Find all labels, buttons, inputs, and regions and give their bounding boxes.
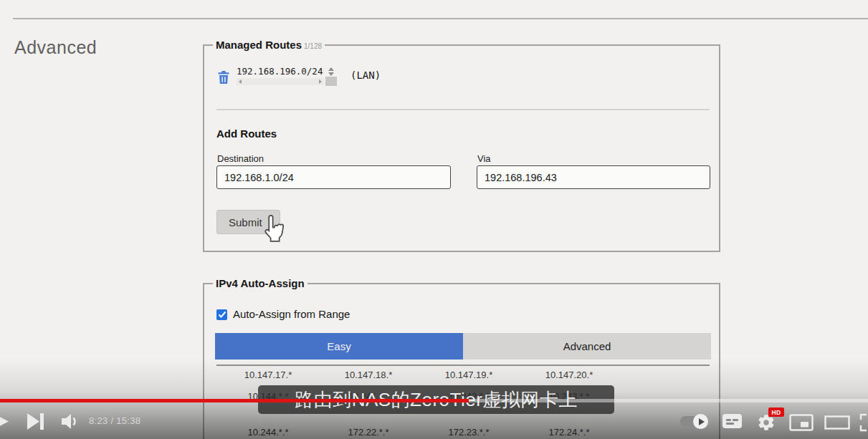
fullscreen-button[interactable] <box>859 413 868 432</box>
managed-routes-legend: Managed Routes1/128 <box>213 39 325 51</box>
play-button[interactable] <box>0 412 9 431</box>
play-icon <box>0 412 9 431</box>
auto-assign-label: Auto-Assign from Range <box>233 308 350 320</box>
player-controls: 8:23 / 15:38 HD <box>0 407 868 439</box>
miniplayer-button[interactable] <box>789 414 814 431</box>
autoplay-toggle[interactable] <box>680 415 709 428</box>
next-button[interactable] <box>27 413 45 430</box>
next-icon <box>27 413 44 430</box>
destination-input[interactable] <box>216 165 451 189</box>
ip-range-cell[interactable]: 10.147.18.* <box>318 370 419 380</box>
tab-advanced[interactable]: Advanced <box>463 333 711 360</box>
page-title: Advanced <box>14 37 97 58</box>
subtitles-icon <box>722 414 742 428</box>
autoplay-knob <box>693 414 708 429</box>
progress-bar[interactable] <box>0 399 868 402</box>
ip-range-cell[interactable]: 10.147.19.* <box>419 370 519 380</box>
managed-routes-section: Managed Routes1/128 192.168.196.0/24 <box>203 44 720 252</box>
spinner-down-icon[interactable] <box>328 72 334 76</box>
tab-easy[interactable]: Easy <box>215 333 463 360</box>
check-icon <box>218 311 226 319</box>
submit-button-label: Submit <box>229 216 262 228</box>
via-input[interactable] <box>477 165 710 189</box>
subtitles-dash <box>726 419 731 421</box>
input-corner-block <box>325 77 337 86</box>
trash-icon <box>217 70 230 85</box>
subtitles-dash <box>726 423 734 425</box>
ip-range-cell[interactable]: 10.147.17.* <box>218 370 318 380</box>
scroll-right-icon[interactable] <box>319 79 322 84</box>
theater-button[interactable] <box>824 415 850 430</box>
route-input-scrollbar[interactable] <box>237 78 324 85</box>
route-count-badge: 1/128 <box>304 42 322 50</box>
time-display: 8:23 / 15:38 <box>89 415 140 426</box>
top-divider <box>13 18 868 19</box>
volume-icon <box>62 414 75 429</box>
mode-tabs: Easy Advanced <box>215 333 711 360</box>
route-note-label: (LAN) <box>350 69 381 81</box>
hd-badge: HD <box>768 407 784 417</box>
settings-gear-icon <box>758 415 773 430</box>
route-target-value: 192.168.196.0/24 <box>237 66 324 77</box>
add-routes-heading: Add Routes <box>216 127 277 140</box>
ip-range-cell[interactable]: 10.147.20.* <box>519 370 619 380</box>
subtitles-button[interactable] <box>722 414 742 428</box>
theater-mode-icon <box>826 417 849 429</box>
destination-label: Destination <box>217 153 264 164</box>
ipv4-legend: IPv4 Auto-Assign <box>213 277 307 289</box>
subtitles-dash <box>733 419 738 421</box>
scroll-left-icon[interactable] <box>239 79 242 84</box>
route-target-input[interactable]: 192.168.196.0/24 <box>237 66 337 86</box>
hand-cursor-icon <box>261 213 288 248</box>
ranges-divider <box>216 365 710 366</box>
auto-assign-checkbox[interactable] <box>216 309 227 320</box>
managed-routes-legend-text: Managed Routes <box>216 39 302 51</box>
range-row: 10.147.17.* 10.147.18.* 10.147.19.* 10.1… <box>218 370 619 380</box>
mute-button[interactable] <box>61 413 80 430</box>
via-label: Via <box>477 153 491 164</box>
fullscreen-icon <box>861 415 868 430</box>
spinner-up-icon[interactable] <box>328 67 334 71</box>
miniplayer-icon <box>791 415 813 430</box>
section-divider <box>216 109 710 110</box>
progress-played <box>0 399 469 402</box>
delete-route-button[interactable] <box>217 70 230 85</box>
video-frame: Advanced Managed Routes1/128 192.168.196… <box>0 0 868 439</box>
autoplay-play-icon <box>699 418 705 425</box>
